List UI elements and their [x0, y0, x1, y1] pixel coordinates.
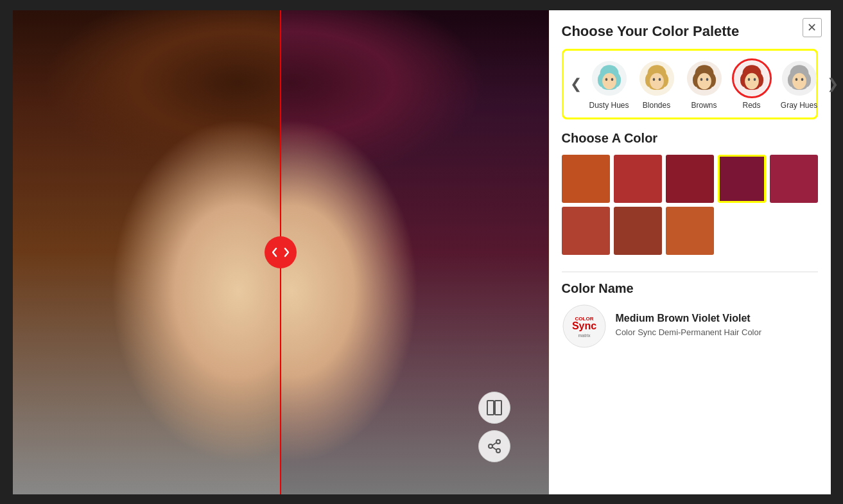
svg-point-34 [706, 78, 708, 81]
split-handle[interactable] [265, 236, 297, 268]
palette-items: Dusty Hues Blondes [586, 56, 823, 112]
palette-item-label-blondes: Blondes [643, 101, 670, 110]
palette-item-gray[interactable]: Gray Hues [776, 56, 823, 112]
palette-item-label-browns: Browns [691, 101, 717, 110]
svg-point-52 [801, 78, 803, 81]
svg-line-7 [492, 447, 496, 449]
panel-title: Choose Your Color Palette [562, 23, 818, 40]
svg-point-32 [697, 73, 711, 89]
palette-item-dusty[interactable]: Dusty Hues [586, 56, 633, 112]
svg-point-50 [792, 73, 806, 89]
svg-point-51 [795, 78, 797, 81]
palette-item-label-dusty: Dusty Hues [589, 101, 629, 110]
color-swatch-5[interactable] [562, 207, 610, 255]
svg-text:matrix: matrix [578, 333, 591, 338]
main-container: ✕ Choose Your Color Palette ❮ Dusty Hues [11, 8, 833, 496]
color-swatch-0[interactable] [562, 155, 610, 203]
svg-point-14 [602, 73, 616, 89]
color-section-title: Choose A Color [562, 131, 818, 146]
share-button[interactable] [478, 430, 510, 462]
color-swatch-1[interactable] [614, 155, 662, 203]
color-swatch-7[interactable] [666, 207, 714, 255]
svg-point-25 [658, 78, 661, 81]
color-swatch-6[interactable] [614, 207, 662, 255]
svg-point-5 [496, 449, 500, 453]
svg-line-6 [492, 442, 496, 445]
section-divider [562, 272, 818, 272]
palette-selector: ❮ Dusty Hues [562, 49, 818, 119]
color-name-heading: Medium Brown Violet Violet [616, 313, 762, 324]
color-brand-text: Color Sync Demi-Permanent Hair Color [616, 327, 762, 338]
color-swatch-4[interactable] [770, 155, 818, 203]
palette-next-button[interactable]: ❯ [823, 76, 842, 92]
brand-logo: COLOR Sync matrix [562, 304, 607, 349]
color-swatch-3[interactable] [718, 155, 766, 203]
image-panel [13, 10, 549, 494]
svg-point-16 [611, 78, 613, 81]
palette-item-blondes[interactable]: Blondes [633, 56, 681, 112]
svg-point-24 [652, 78, 655, 81]
palette-item-reds[interactable]: Reds [728, 56, 776, 112]
svg-rect-1 [495, 401, 501, 415]
svg-point-3 [496, 440, 500, 444]
color-grid [562, 155, 818, 255]
palette-item-label-reds: Reds [743, 101, 761, 110]
color-name-section: Color Name COLOR Sync matrix Medium Brow… [562, 281, 818, 349]
svg-rect-0 [487, 401, 494, 415]
color-swatch-2[interactable] [666, 155, 714, 203]
color-name-text: Medium Brown Violet Violet Color Sync De… [616, 313, 762, 338]
compare-button[interactable] [478, 392, 510, 424]
after-image [281, 10, 549, 494]
svg-point-23 [650, 73, 664, 89]
color-name-title: Color Name [562, 281, 818, 296]
palette-item-browns[interactable]: Browns [681, 56, 728, 112]
svg-text:Sync: Sync [571, 320, 596, 331]
close-button[interactable]: ✕ [803, 18, 822, 37]
svg-point-42 [747, 78, 750, 81]
svg-point-43 [753, 78, 756, 81]
palette-prev-button[interactable]: ❮ [566, 76, 586, 92]
svg-point-41 [745, 73, 759, 89]
right-panel: ✕ Choose Your Color Palette ❮ Dusty Hues [549, 10, 831, 494]
color-name-detail: COLOR Sync matrix Medium Brown Violet Vi… [562, 304, 818, 349]
svg-point-15 [605, 78, 607, 81]
palette-item-label-gray: Gray Hues [781, 101, 817, 110]
svg-point-33 [700, 78, 702, 81]
svg-point-4 [489, 444, 492, 448]
